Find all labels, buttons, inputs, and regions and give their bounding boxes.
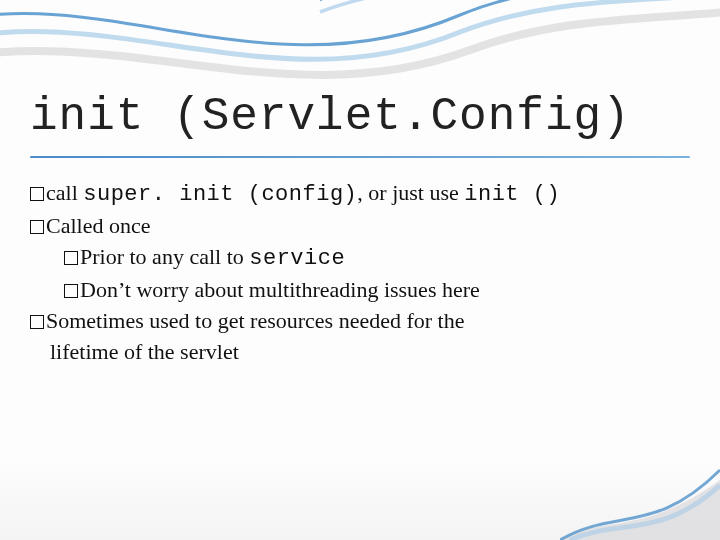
bullet-2-1-code: service	[249, 246, 345, 271]
bullet-3-text-line2: lifetime of the servlet	[50, 339, 239, 364]
title-underline	[30, 156, 690, 158]
bullet-1: call super. init (config), or just use i…	[30, 178, 690, 209]
bullet-1-text-a: call	[46, 180, 83, 205]
bullet-1-text-b: , or just use	[357, 180, 464, 205]
bullet-1-code-a: super. init (config)	[83, 182, 357, 207]
title-part-a: init (Servlet.	[30, 91, 430, 143]
square-bullet-icon	[30, 220, 44, 234]
bullet-3-text-line1: Sometimes used to get resources needed f…	[46, 308, 464, 333]
bullet-2-2-text: Don’t worry about multithreading issues …	[80, 277, 480, 302]
bullet-3-line1: Sometimes used to get resources needed f…	[30, 306, 690, 335]
slide: init (Servlet.Config) call super. init (…	[0, 0, 720, 540]
bullet-2-1: Prior to any call to service	[64, 242, 690, 273]
square-bullet-icon	[30, 315, 44, 329]
square-bullet-icon	[64, 251, 78, 265]
title-part-b: Config)	[430, 91, 630, 143]
decorative-corner-wave	[560, 420, 720, 540]
bullet-3-line2: lifetime of the servlet	[30, 337, 690, 366]
bullet-2: Called once	[30, 211, 690, 240]
square-bullet-icon	[64, 284, 78, 298]
square-bullet-icon	[30, 187, 44, 201]
bullet-2-text: Called once	[46, 213, 150, 238]
bullet-2-1-text: Prior to any call to	[80, 244, 249, 269]
bullet-1-code-b: init ()	[464, 182, 560, 207]
slide-body: call super. init (config), or just use i…	[30, 176, 690, 368]
bullet-2-2: Don’t worry about multithreading issues …	[64, 275, 690, 304]
slide-title: init (Servlet.Config)	[30, 92, 690, 143]
